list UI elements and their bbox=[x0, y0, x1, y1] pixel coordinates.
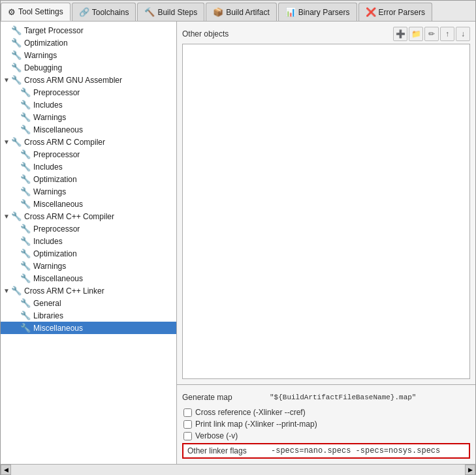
group-cross-arm-cpp-linker[interactable]: ▼ 🔧 Cross ARM C++ Linker bbox=[1, 284, 176, 297]
tree-item-optimization[interactable]: 🔧 Optimization bbox=[1, 37, 176, 49]
debugging-icon: 🔧 bbox=[11, 63, 22, 72]
target-processor-icon: 🔧 bbox=[11, 25, 22, 35]
arrow-cpp-linker: ▼ bbox=[3, 287, 10, 294]
tree-item-cc-preprocessor[interactable]: 🔧 Preprocessor bbox=[1, 148, 176, 161]
tab-toolchains[interactable]: 🔗 Toolchains bbox=[72, 3, 136, 21]
c-compiler-icon: 🔧 bbox=[11, 137, 22, 147]
tree-item-cc-warnings[interactable]: 🔧 Warnings bbox=[1, 185, 176, 198]
tab-build-steps[interactable]: 🔨 Build Steps bbox=[137, 3, 204, 21]
cpp-linker-group-icon: 🔧 bbox=[11, 286, 22, 296]
tree-item-asm-miscellaneous[interactable]: 🔧 Miscellaneous bbox=[1, 123, 176, 136]
move-up-button[interactable]: ↑ bbox=[440, 27, 454, 41]
move-down-icon: ↓ bbox=[461, 29, 465, 38]
tree-item-debugging[interactable]: 🔧 Debugging bbox=[1, 61, 176, 74]
group-cross-arm-c-compiler[interactable]: ▼ 🔧 Cross ARM C Compiler bbox=[1, 136, 176, 148]
tree-item-linker-miscellaneous[interactable]: 🔧 Miscellaneous bbox=[1, 322, 176, 334]
cpp-miscellaneous-icon: 🔧 bbox=[20, 273, 31, 283]
generate-map-row: Generate map "${BuildArtifactFileBaseNam… bbox=[182, 390, 470, 405]
tree-item-asm-warnings[interactable]: 🔧 Warnings bbox=[1, 111, 176, 123]
add-file-button[interactable]: ➕ bbox=[393, 27, 407, 41]
objects-list bbox=[182, 44, 470, 379]
settings-section: Generate map "${BuildArtifactFileBaseNam… bbox=[177, 384, 475, 464]
cpp-optimization-icon: 🔧 bbox=[20, 249, 31, 258]
scroll-right-button[interactable]: ▶ bbox=[465, 465, 475, 475]
tool-settings-icon: ⚙ bbox=[8, 7, 16, 17]
objects-label: Other objects bbox=[182, 29, 393, 38]
verbose-label: Verbose (-v) bbox=[195, 431, 238, 440]
cross-reference-checkbox[interactable] bbox=[183, 408, 192, 417]
tree-item-cpp-includes[interactable]: 🔧 Includes bbox=[1, 235, 176, 247]
cc-optimization-icon: 🔧 bbox=[20, 174, 31, 184]
tab-binary-parsers[interactable]: 📊 Binary Parsers bbox=[278, 3, 357, 21]
tree-item-linker-general[interactable]: 🔧 General bbox=[1, 297, 176, 309]
bottom-scrollbar: ◀ ▶ bbox=[1, 464, 475, 474]
cc-includes-icon: 🔧 bbox=[20, 162, 31, 172]
tab-tool-settings[interactable]: ⚙ Tool Settings bbox=[1, 3, 71, 21]
edit-icon: ✏ bbox=[428, 29, 435, 38]
tree-item-cpp-optimization[interactable]: 🔧 Optimization bbox=[1, 247, 176, 260]
toolchains-icon: 🔗 bbox=[79, 7, 89, 17]
edit-button[interactable]: ✏ bbox=[424, 27, 439, 41]
move-down-button[interactable]: ↓ bbox=[456, 27, 470, 41]
group-cross-arm-gnu-assembler[interactable]: ▼ 🔧 Cross ARM GNU Assembler bbox=[1, 74, 176, 86]
warnings-icon: 🔧 bbox=[11, 50, 22, 60]
cpp-warnings-icon: 🔧 bbox=[20, 261, 31, 271]
arrow-gnu-assembler: ▼ bbox=[3, 76, 10, 84]
generate-map-value: "${BuildArtifactFileBaseName}.map" bbox=[267, 393, 470, 402]
linker-general-icon: 🔧 bbox=[20, 298, 31, 308]
tab-error-parsers[interactable]: ❌ Error Parsers bbox=[358, 3, 432, 21]
tree-item-linker-libraries[interactable]: 🔧 Libraries bbox=[1, 309, 176, 322]
objects-toolbar: ➕ 📁 ✏ ↑ ↓ bbox=[393, 27, 470, 41]
tree-item-cc-miscellaneous[interactable]: 🔧 Miscellaneous bbox=[1, 198, 176, 210]
print-link-map-checkbox[interactable] bbox=[183, 420, 192, 429]
optimization-icon: 🔧 bbox=[11, 38, 22, 48]
move-up-icon: ↑ bbox=[445, 29, 449, 38]
binary-parsers-icon: 📊 bbox=[285, 7, 296, 17]
cc-warnings-icon: 🔧 bbox=[20, 187, 31, 196]
asm-miscellaneous-icon: 🔧 bbox=[20, 125, 31, 134]
scrollbar-track[interactable] bbox=[11, 465, 465, 475]
other-linker-flags-value: -specs=nano.specs -specs=nosys.specs bbox=[271, 446, 440, 455]
gnu-assembler-icon: 🔧 bbox=[11, 75, 22, 85]
objects-section: Other objects ➕ 📁 ✏ ↑ bbox=[177, 22, 475, 384]
add-folder-button[interactable]: 📁 bbox=[409, 27, 423, 41]
verbose-row: Verbose (-v) bbox=[182, 431, 470, 440]
tree-item-cpp-warnings[interactable]: 🔧 Warnings bbox=[1, 260, 176, 272]
cpp-includes-icon: 🔧 bbox=[20, 236, 31, 246]
arrow-cpp-compiler: ▼ bbox=[3, 213, 10, 220]
scroll-left-button[interactable]: ◀ bbox=[1, 465, 11, 475]
cc-miscellaneous-icon: 🔧 bbox=[20, 199, 31, 209]
tree-item-warnings[interactable]: 🔧 Warnings bbox=[1, 49, 176, 61]
print-link-map-row: Print link map (-Xlinker --print-map) bbox=[182, 420, 470, 429]
content-area: 🔧 Target Processor 🔧 Optimization 🔧 Warn… bbox=[1, 22, 475, 464]
cross-reference-row: Cross reference (-Xlinker --cref) bbox=[182, 408, 470, 417]
tree-item-cc-optimization[interactable]: 🔧 Optimization bbox=[1, 173, 176, 185]
tree-item-asm-preprocessor[interactable]: 🔧 Preprocessor bbox=[1, 86, 176, 99]
tree-panel: 🔧 Target Processor 🔧 Optimization 🔧 Warn… bbox=[1, 22, 177, 464]
print-link-map-label: Print link map (-Xlinker --print-map) bbox=[195, 420, 317, 429]
add-folder-icon: 📁 bbox=[411, 29, 421, 38]
linker-miscellaneous-icon: 🔧 bbox=[20, 323, 31, 333]
tree-item-cpp-preprocessor[interactable]: 🔧 Preprocessor bbox=[1, 222, 176, 235]
tree-item-target-processor[interactable]: 🔧 Target Processor bbox=[1, 24, 176, 37]
scroll-left-icon: ◀ bbox=[4, 467, 8, 473]
cpp-preprocessor-icon: 🔧 bbox=[20, 224, 31, 234]
cc-preprocessor-icon: 🔧 bbox=[20, 149, 31, 159]
group-cross-arm-cpp-compiler[interactable]: ▼ 🔧 Cross ARM C++ Compiler bbox=[1, 210, 176, 222]
tree-item-cpp-miscellaneous[interactable]: 🔧 Miscellaneous bbox=[1, 272, 176, 284]
cross-reference-label: Cross reference (-Xlinker --cref) bbox=[195, 408, 306, 417]
error-parsers-icon: ❌ bbox=[366, 7, 376, 17]
add-file-icon: ➕ bbox=[396, 29, 405, 38]
arrow-c-compiler: ▼ bbox=[3, 138, 10, 146]
build-steps-icon: 🔨 bbox=[144, 7, 155, 17]
asm-includes-icon: 🔧 bbox=[20, 100, 31, 110]
tree-item-cc-includes[interactable]: 🔧 Includes bbox=[1, 161, 176, 173]
cpp-compiler-icon: 🔧 bbox=[11, 211, 22, 221]
verbose-checkbox[interactable] bbox=[183, 432, 192, 440]
tab-build-artifact[interactable]: 📦 Build Artifact bbox=[206, 3, 277, 21]
linker-libraries-icon: 🔧 bbox=[20, 311, 31, 320]
other-linker-flags-label: Other linker flags bbox=[187, 446, 271, 455]
tree-item-asm-includes[interactable]: 🔧 Includes bbox=[1, 99, 176, 111]
other-linker-flags-row: Other linker flags -specs=nano.specs -sp… bbox=[182, 443, 470, 459]
tab-bar: ⚙ Tool Settings 🔗 Toolchains 🔨 Build Ste… bbox=[1, 1, 475, 22]
